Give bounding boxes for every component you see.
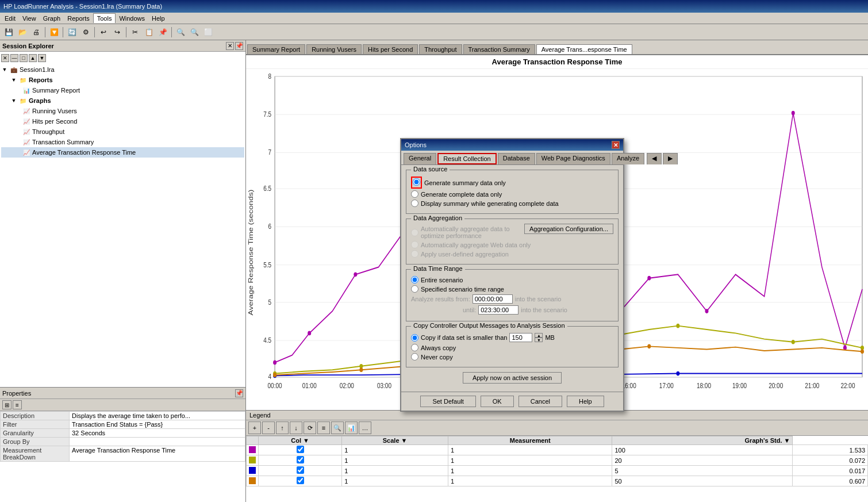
- radio-display-summary-label: Display summary while generating complet…: [421, 200, 559, 207]
- aggregation-config-btn[interactable]: Aggregation Configuration...: [524, 224, 613, 234]
- time-into-scenario1: into the scenario: [515, 296, 562, 302]
- radio-auto-aggregate: Automatically aggregate data to optimize…: [411, 225, 524, 239]
- radio-entire-scenario-label: Entire scenario: [421, 277, 463, 283]
- dialog-footer: Set Default OK Cancel Help: [401, 392, 623, 411]
- time-into-scenario2: into the scenario: [521, 306, 567, 313]
- radio-always-copy: Always copy: [411, 344, 613, 351]
- ok-btn[interactable]: OK: [481, 396, 514, 407]
- radio-auto-web-label: Automatically aggregate Web data only: [421, 242, 531, 248]
- cancel-btn[interactable]: Cancel: [519, 396, 562, 407]
- radio-entire-scenario-input[interactable]: [411, 276, 418, 283]
- data-aggregation-title: Data Aggregation: [411, 214, 464, 221]
- radio-auto-web: Automatically aggregate Web data only: [411, 241, 613, 248]
- dialog-tab-analyze[interactable]: Analyze: [612, 153, 644, 164]
- radio-auto-web-input: [411, 241, 418, 248]
- time-from-input[interactable]: [473, 294, 513, 304]
- dialog-content: Data source Generate summary data only G…: [401, 165, 623, 392]
- radio-display-summary: Display summary while generating complet…: [411, 200, 613, 207]
- radio-specified-range-label: Specified scenario time range: [421, 286, 504, 293]
- radio-highlight-box: [411, 177, 422, 189]
- dialog-tab-web-page-diagnostics[interactable]: Web Page Diagnostics: [536, 153, 610, 164]
- dialog-tab-nav: ◀ ▶: [647, 153, 678, 164]
- radio-always-copy-input[interactable]: [411, 344, 418, 351]
- copy-controller-title: Copy Controller Output Messages to Analy…: [411, 322, 567, 329]
- data-time-range-title: Data Time Range: [411, 265, 465, 272]
- radio-copy-if-label: Copy if data set is smaller than: [421, 334, 507, 341]
- copy-controller-group: Copy Controller Output Messages to Analy…: [406, 326, 619, 367]
- radio-always-copy-label: Always copy: [421, 344, 456, 351]
- dialog-tab-next[interactable]: ▶: [663, 153, 678, 164]
- data-time-range-group: Data Time Range Entire scenario Specifie…: [406, 269, 619, 321]
- dialog-tab-prev[interactable]: ◀: [647, 153, 662, 164]
- time-from-row: Analyze results from: into the scenario: [411, 294, 613, 304]
- dialog-tabs: General Result Collection Database Web P…: [401, 151, 623, 165]
- radio-copy-if: Copy if data set is smaller than ▲ ▼ MB: [411, 333, 613, 342]
- radio-generate-summary: Generate summary data only: [411, 177, 613, 189]
- time-until-label: until:: [463, 306, 476, 313]
- radio-never-copy-input[interactable]: [411, 353, 418, 361]
- aggregation-options: Aggregation Configuration... Automatical…: [411, 224, 613, 259]
- time-until-input[interactable]: [478, 305, 519, 315]
- time-until-row: until: into the scenario: [411, 305, 613, 315]
- radio-user-defined-label: Apply user-defined aggregation: [421, 251, 509, 258]
- dialog-overlay: Options ✕ General Result Collection Data…: [0, 0, 868, 502]
- radio-auto-aggregate-input: [411, 229, 418, 236]
- radio-never-copy: Never copy: [411, 353, 613, 361]
- dialog-tab-database[interactable]: Database: [498, 153, 535, 164]
- time-from-label: Analyze results from:: [411, 296, 470, 302]
- dialog-tab-general[interactable]: General: [404, 153, 436, 164]
- radio-generate-complete-label: Generate complete data only: [421, 191, 502, 198]
- radio-never-copy-label: Never copy: [421, 354, 453, 361]
- radio-user-defined-input: [411, 250, 418, 258]
- options-dialog: Options ✕ General Result Collection Data…: [400, 138, 624, 412]
- dialog-tab-result-collection[interactable]: Result Collection: [437, 153, 497, 164]
- radio-auto-aggregate-label: Automatically aggregate data to optimize…: [421, 225, 524, 239]
- radio-user-defined: Apply user-defined aggregation: [411, 250, 613, 258]
- radio-specified-range-input[interactable]: [411, 285, 418, 293]
- mb-label: MB: [545, 334, 555, 341]
- dialog-close-btn[interactable]: ✕: [612, 141, 620, 149]
- spinner-down[interactable]: ▼: [535, 338, 543, 342]
- radio-display-summary-input[interactable]: [411, 200, 418, 207]
- radio-specified-range: Specified scenario time range: [411, 285, 613, 293]
- data-source-title: Data source: [411, 166, 450, 173]
- data-source-group: Data source Generate summary data only G…: [406, 170, 619, 214]
- data-aggregation-group: Data Aggregation Aggregation Configurati…: [406, 219, 619, 265]
- radio-copy-if-input[interactable]: [411, 334, 418, 342]
- radio-generate-complete: Generate complete data only: [411, 190, 613, 198]
- set-default-btn[interactable]: Set Default: [420, 396, 475, 407]
- radio-generate-summary-label: Generate summary data only: [424, 179, 506, 186]
- apply-now-btn[interactable]: Apply now on active session: [463, 372, 562, 384]
- mb-value-input[interactable]: [509, 333, 532, 342]
- dialog-title-text: Options: [405, 141, 427, 148]
- radio-entire-scenario: Entire scenario: [411, 276, 613, 283]
- radio-generate-complete-input[interactable]: [411, 190, 418, 198]
- radio-generate-summary-input[interactable]: [413, 178, 420, 186]
- mb-spinner: ▲ ▼: [535, 333, 543, 342]
- help-btn[interactable]: Help: [567, 396, 604, 407]
- dialog-title-bar: Options ✕: [401, 139, 623, 151]
- spinner-up[interactable]: ▲: [535, 333, 543, 338]
